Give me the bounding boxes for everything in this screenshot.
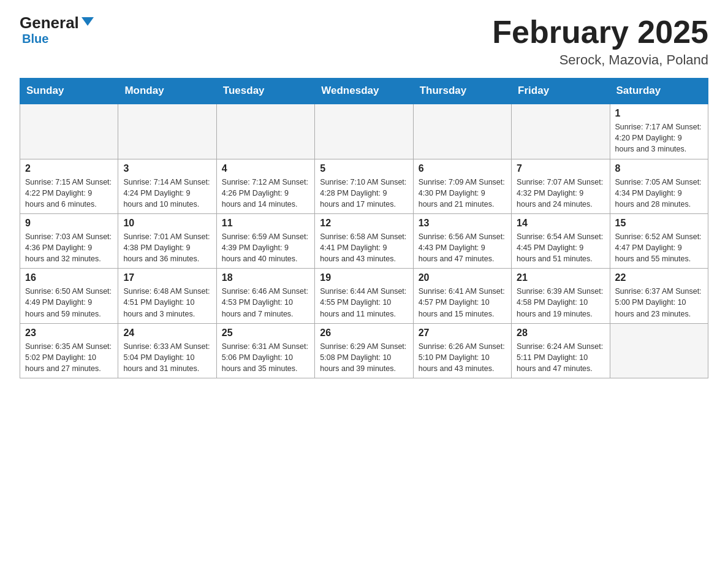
day-info: Sunrise: 6:31 AM Sunset: 5:06 PM Dayligh…	[222, 341, 309, 374]
day-info: Sunrise: 6:54 AM Sunset: 4:45 PM Dayligh…	[517, 231, 604, 264]
calendar-cell: 27Sunrise: 6:26 AM Sunset: 5:10 PM Dayli…	[413, 323, 511, 378]
day-number: 22	[615, 272, 703, 283]
day-info: Sunrise: 6:52 AM Sunset: 4:47 PM Dayligh…	[615, 231, 703, 264]
day-info: Sunrise: 6:48 AM Sunset: 4:51 PM Dayligh…	[123, 286, 211, 319]
day-number: 18	[222, 272, 309, 283]
day-info: Sunrise: 6:24 AM Sunset: 5:11 PM Dayligh…	[517, 341, 604, 374]
calendar-cell: 28Sunrise: 6:24 AM Sunset: 5:11 PM Dayli…	[512, 323, 610, 378]
day-info: Sunrise: 7:15 AM Sunset: 4:22 PM Dayligh…	[25, 177, 113, 210]
calendar-cell: 8Sunrise: 7:05 AM Sunset: 4:34 PM Daylig…	[610, 159, 708, 213]
calendar-cell: 6Sunrise: 7:09 AM Sunset: 4:30 PM Daylig…	[413, 159, 511, 213]
page-header: General Blue February 2025 Serock, Mazov…	[20, 15, 708, 68]
day-number: 6	[419, 163, 506, 174]
calendar-cell: 16Sunrise: 6:50 AM Sunset: 4:49 PM Dayli…	[20, 269, 118, 323]
day-info: Sunrise: 7:01 AM Sunset: 4:38 PM Dayligh…	[123, 231, 211, 264]
day-number: 11	[222, 218, 309, 229]
day-info: Sunrise: 6:44 AM Sunset: 4:55 PM Dayligh…	[320, 286, 408, 319]
calendar-table: SundayMondayTuesdayWednesdayThursdayFrid…	[20, 78, 708, 378]
day-info: Sunrise: 7:07 AM Sunset: 4:32 PM Dayligh…	[517, 177, 604, 210]
calendar-cell: 4Sunrise: 7:12 AM Sunset: 4:26 PM Daylig…	[216, 159, 314, 213]
calendar-cell: 12Sunrise: 6:58 AM Sunset: 4:41 PM Dayli…	[315, 213, 413, 268]
calendar-header-wednesday: Wednesday	[315, 79, 413, 104]
day-info: Sunrise: 7:05 AM Sunset: 4:34 PM Dayligh…	[615, 177, 703, 210]
day-info: Sunrise: 6:59 AM Sunset: 4:39 PM Dayligh…	[222, 231, 309, 264]
day-number: 2	[25, 163, 113, 174]
day-number: 20	[419, 272, 506, 283]
day-number: 9	[25, 218, 113, 229]
day-number: 14	[517, 218, 604, 229]
day-info: Sunrise: 7:12 AM Sunset: 4:26 PM Dayligh…	[222, 177, 309, 210]
calendar-cell	[20, 104, 118, 159]
logo: General Blue	[20, 15, 94, 46]
calendar-week-row: 9Sunrise: 7:03 AM Sunset: 4:36 PM Daylig…	[20, 213, 708, 268]
day-number: 19	[320, 272, 408, 283]
day-number: 21	[517, 272, 604, 283]
calendar-header-thursday: Thursday	[413, 79, 511, 104]
calendar-cell: 3Sunrise: 7:14 AM Sunset: 4:24 PM Daylig…	[118, 159, 216, 213]
day-number: 3	[123, 163, 211, 174]
calendar-cell: 13Sunrise: 6:56 AM Sunset: 4:43 PM Dayli…	[413, 213, 511, 268]
day-info: Sunrise: 7:14 AM Sunset: 4:24 PM Dayligh…	[123, 177, 211, 210]
day-info: Sunrise: 6:39 AM Sunset: 4:58 PM Dayligh…	[517, 286, 604, 319]
calendar-cell: 17Sunrise: 6:48 AM Sunset: 4:51 PM Dayli…	[118, 269, 216, 323]
day-info: Sunrise: 7:09 AM Sunset: 4:30 PM Dayligh…	[419, 177, 506, 210]
calendar-cell: 15Sunrise: 6:52 AM Sunset: 4:47 PM Dayli…	[610, 213, 708, 268]
calendar-week-row: 2Sunrise: 7:15 AM Sunset: 4:22 PM Daylig…	[20, 159, 708, 213]
calendar-cell: 19Sunrise: 6:44 AM Sunset: 4:55 PM Dayli…	[315, 269, 413, 323]
calendar-cell: 9Sunrise: 7:03 AM Sunset: 4:36 PM Daylig…	[20, 213, 118, 268]
calendar-header-row: SundayMondayTuesdayWednesdayThursdayFrid…	[20, 79, 708, 104]
calendar-cell: 20Sunrise: 6:41 AM Sunset: 4:57 PM Dayli…	[413, 269, 511, 323]
day-number: 26	[320, 327, 408, 339]
day-number: 10	[123, 218, 211, 229]
day-number: 25	[222, 327, 309, 339]
day-info: Sunrise: 6:29 AM Sunset: 5:08 PM Dayligh…	[320, 341, 408, 374]
calendar-subtitle: Serock, Mazovia, Poland	[492, 52, 708, 68]
day-number: 8	[615, 163, 703, 174]
calendar-cell: 22Sunrise: 6:37 AM Sunset: 5:00 PM Dayli…	[610, 269, 708, 323]
calendar-cell: 5Sunrise: 7:10 AM Sunset: 4:28 PM Daylig…	[315, 159, 413, 213]
logo-triangle-icon	[82, 17, 94, 26]
day-number: 24	[123, 327, 211, 339]
logo-name-black: General	[20, 15, 79, 31]
calendar-week-row: 23Sunrise: 6:35 AM Sunset: 5:02 PM Dayli…	[20, 323, 708, 378]
day-number: 1	[615, 108, 703, 119]
calendar-cell	[216, 104, 314, 159]
day-info: Sunrise: 6:26 AM Sunset: 5:10 PM Dayligh…	[419, 341, 506, 374]
calendar-header-saturday: Saturday	[610, 79, 708, 104]
day-number: 23	[25, 327, 113, 339]
calendar-header-tuesday: Tuesday	[216, 79, 314, 104]
calendar-week-row: 16Sunrise: 6:50 AM Sunset: 4:49 PM Dayli…	[20, 269, 708, 323]
calendar-cell: 2Sunrise: 7:15 AM Sunset: 4:22 PM Daylig…	[20, 159, 118, 213]
day-number: 27	[419, 327, 506, 339]
calendar-cell	[315, 104, 413, 159]
calendar-header-sunday: Sunday	[20, 79, 118, 104]
calendar-cell: 14Sunrise: 6:54 AM Sunset: 4:45 PM Dayli…	[512, 213, 610, 268]
day-number: 16	[25, 272, 113, 283]
calendar-cell: 25Sunrise: 6:31 AM Sunset: 5:06 PM Dayli…	[216, 323, 314, 378]
logo-name-blue: Blue	[22, 32, 48, 46]
day-info: Sunrise: 6:50 AM Sunset: 4:49 PM Dayligh…	[25, 286, 113, 319]
calendar-header-monday: Monday	[118, 79, 216, 104]
calendar-cell	[610, 323, 708, 378]
calendar-cell: 24Sunrise: 6:33 AM Sunset: 5:04 PM Dayli…	[118, 323, 216, 378]
calendar-header-friday: Friday	[512, 79, 610, 104]
calendar-cell	[512, 104, 610, 159]
day-number: 15	[615, 218, 703, 229]
day-number: 7	[517, 163, 604, 174]
calendar-cell: 1Sunrise: 7:17 AM Sunset: 4:20 PM Daylig…	[610, 104, 708, 159]
day-info: Sunrise: 6:41 AM Sunset: 4:57 PM Dayligh…	[419, 286, 506, 319]
day-info: Sunrise: 6:46 AM Sunset: 4:53 PM Dayligh…	[222, 286, 309, 319]
calendar-title: February 2025	[492, 15, 708, 50]
day-number: 12	[320, 218, 408, 229]
calendar-cell	[413, 104, 511, 159]
calendar-cell: 18Sunrise: 6:46 AM Sunset: 4:53 PM Dayli…	[216, 269, 314, 323]
calendar-week-row: 1Sunrise: 7:17 AM Sunset: 4:20 PM Daylig…	[20, 104, 708, 159]
calendar-cell	[118, 104, 216, 159]
calendar-cell: 21Sunrise: 6:39 AM Sunset: 4:58 PM Dayli…	[512, 269, 610, 323]
day-info: Sunrise: 6:58 AM Sunset: 4:41 PM Dayligh…	[320, 231, 408, 264]
day-number: 17	[123, 272, 211, 283]
calendar-cell: 26Sunrise: 6:29 AM Sunset: 5:08 PM Dayli…	[315, 323, 413, 378]
day-info: Sunrise: 6:33 AM Sunset: 5:04 PM Dayligh…	[123, 341, 211, 374]
day-info: Sunrise: 7:03 AM Sunset: 4:36 PM Dayligh…	[25, 231, 113, 264]
calendar-cell: 10Sunrise: 7:01 AM Sunset: 4:38 PM Dayli…	[118, 213, 216, 268]
